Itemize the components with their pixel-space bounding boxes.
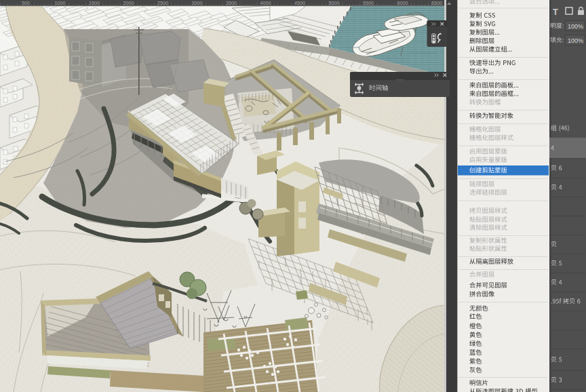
svg-text:T: T (553, 7, 558, 17)
svg-text:2000: 2000 (123, 0, 134, 6)
svg-text:1000: 1000 (55, 0, 66, 6)
svg-text:6000: 6000 (397, 0, 408, 6)
svg-text:6500: 6500 (431, 0, 442, 6)
svg-text:3000: 3000 (192, 0, 203, 6)
svg-text:4000: 4000 (260, 0, 271, 6)
svg-text:2500: 2500 (157, 0, 168, 6)
svg-text:100%: 100% (568, 37, 583, 44)
svg-text:100%: 100% (568, 23, 583, 30)
svg-text:3500: 3500 (226, 0, 237, 6)
svg-text:500: 500 (22, 0, 30, 6)
svg-text:5000: 5000 (329, 0, 340, 6)
svg-text:5500: 5500 (363, 0, 374, 6)
svg-text:4500: 4500 (294, 0, 305, 6)
svg-text:1500: 1500 (89, 0, 100, 6)
